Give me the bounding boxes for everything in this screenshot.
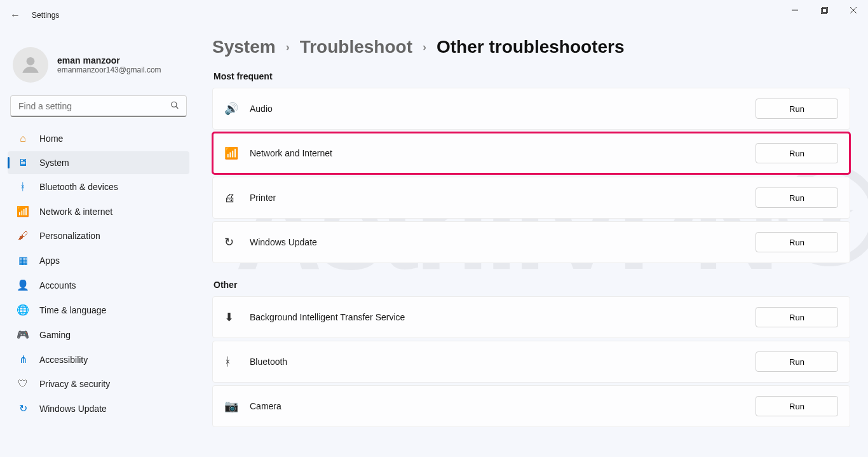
nav-item-label: Personalization xyxy=(39,231,100,241)
svg-point-3 xyxy=(172,102,177,107)
window-controls xyxy=(780,0,868,31)
nav-item-label: Accessibility xyxy=(39,355,88,365)
run-button[interactable]: Run xyxy=(756,188,838,208)
nav-item-label: Bluetooth & devices xyxy=(39,182,118,192)
row-label: Windows Update xyxy=(250,237,317,247)
nav-item-time-language[interactable]: 🌐Time & language xyxy=(8,298,189,322)
minimize-button[interactable] xyxy=(780,0,810,20)
row-icon: ᚼ xyxy=(224,355,250,369)
nav-item-label: Home xyxy=(39,133,63,144)
row-icon: ⬇ xyxy=(224,310,250,324)
troubleshooter-row[interactable]: ↻Windows UpdateRun xyxy=(212,221,850,263)
row-icon: 📶 xyxy=(224,146,250,160)
section-title-most-frequent: Most frequent xyxy=(214,71,850,81)
app-title: Settings xyxy=(32,11,59,20)
run-button[interactable]: Run xyxy=(756,143,838,163)
troubleshooter-row[interactable]: 🔊AudioRun xyxy=(212,88,850,130)
net-icon: 📶 xyxy=(17,205,29,217)
row-icon: 📷 xyxy=(224,399,250,413)
breadcrumb: System › Troubleshoot › Other troublesho… xyxy=(212,37,850,57)
svg-point-2 xyxy=(27,57,35,65)
titlebar: ← Settings xyxy=(0,0,868,31)
breadcrumb-current: Other troubleshooters xyxy=(437,37,625,57)
acct-icon: 👤 xyxy=(17,279,29,291)
account-email: emanmanzoor143@gmail.com xyxy=(57,65,161,74)
run-button[interactable]: Run xyxy=(756,99,838,119)
game-icon: 🎮 xyxy=(17,329,29,341)
priv-icon: 🛡 xyxy=(17,378,29,390)
row-label: Background Intelligent Transfer Service xyxy=(250,312,405,322)
troubleshooter-row[interactable]: 📷CameraRun xyxy=(212,385,850,427)
nav-item-label: Time & language xyxy=(39,305,106,315)
nav-item-privacy-security[interactable]: 🛡Privacy & security xyxy=(8,372,189,395)
run-button[interactable]: Run xyxy=(756,351,838,372)
search-icon xyxy=(170,101,179,112)
nav-item-gaming[interactable]: 🎮Gaming xyxy=(8,323,189,346)
chevron-right-icon: › xyxy=(286,41,290,54)
nav-item-label: Gaming xyxy=(39,330,71,340)
nav-item-label: Windows Update xyxy=(39,404,107,414)
nav-item-apps[interactable]: ▦Apps xyxy=(8,249,189,272)
troubleshooter-row[interactable]: ⬇Background Intelligent Transfer Service… xyxy=(212,296,850,338)
nav-item-bluetooth-devices[interactable]: ᚼBluetooth & devices xyxy=(8,175,189,198)
nav-item-accessibility[interactable]: ⋔Accessibility xyxy=(8,348,189,371)
row-label: Audio xyxy=(250,104,273,114)
nav-item-personalization[interactable]: 🖌Personalization xyxy=(8,224,189,247)
upd-icon: ↻ xyxy=(17,402,29,414)
run-button[interactable]: Run xyxy=(756,396,838,416)
troubleshooter-row[interactable]: ᚼBluetoothRun xyxy=(212,341,850,383)
nav-item-label: Accounts xyxy=(39,280,76,290)
most-frequent-list: 🔊AudioRun📶Network and InternetRun🖨Printe… xyxy=(212,88,850,263)
time-icon: 🌐 xyxy=(17,304,29,316)
row-label: Printer xyxy=(250,193,276,203)
nav-item-home[interactable]: ⌂Home xyxy=(8,127,189,150)
nav-item-accounts[interactable]: 👤Accounts xyxy=(8,273,189,297)
nav-item-system[interactable]: 🖥System xyxy=(8,151,189,174)
breadcrumb-troubleshoot[interactable]: Troubleshoot xyxy=(300,37,412,57)
main: AstrillVPN System › Troubleshoot › Other… xyxy=(197,31,868,457)
account-name: eman manzoor xyxy=(57,55,161,65)
nav-item-label: Apps xyxy=(39,256,60,266)
troubleshooter-row[interactable]: 🖨PrinterRun xyxy=(212,177,850,219)
section-title-other: Other xyxy=(214,280,850,290)
nav-item-network-internet[interactable]: 📶Network & internet xyxy=(8,200,189,223)
maximize-button[interactable] xyxy=(810,0,839,20)
apps-icon: ▦ xyxy=(17,254,29,266)
home-icon: ⌂ xyxy=(17,133,29,144)
svg-rect-0 xyxy=(821,8,826,13)
nav-item-label: System xyxy=(39,158,69,168)
row-label: Bluetooth xyxy=(250,357,287,367)
row-label: Camera xyxy=(250,401,281,411)
sidebar: eman manzoor emanmanzoor143@gmail.com ⌂H… xyxy=(0,31,197,457)
bt-icon: ᚼ xyxy=(17,181,29,193)
troubleshooter-row[interactable]: 📶Network and InternetRun xyxy=(212,132,850,174)
nav-item-label: Privacy & security xyxy=(39,379,110,389)
sys-icon: 🖥 xyxy=(17,157,29,168)
pers-icon: 🖌 xyxy=(17,230,29,242)
row-label: Network and Internet xyxy=(250,148,332,158)
chevron-right-icon: › xyxy=(423,41,426,54)
account-block[interactable]: eman manzoor emanmanzoor143@gmail.com xyxy=(8,39,189,94)
run-button[interactable]: Run xyxy=(756,232,838,252)
nav: ⌂Home🖥SystemᚼBluetooth & devices📶Network… xyxy=(8,127,189,420)
nav-item-windows-update[interactable]: ↻Windows Update xyxy=(8,397,189,420)
row-icon: ↻ xyxy=(224,235,250,249)
back-button[interactable]: ← xyxy=(10,10,20,21)
acc-icon: ⋔ xyxy=(17,353,29,365)
breadcrumb-system[interactable]: System xyxy=(212,37,276,57)
svg-rect-1 xyxy=(822,7,827,12)
search-input[interactable] xyxy=(10,95,187,117)
close-button[interactable] xyxy=(839,0,868,20)
row-icon: 🖨 xyxy=(224,191,250,205)
nav-item-label: Network & internet xyxy=(39,207,112,217)
avatar xyxy=(13,47,48,83)
row-icon: 🔊 xyxy=(224,102,250,116)
run-button[interactable]: Run xyxy=(756,307,838,327)
other-list: ⬇Background Intelligent Transfer Service… xyxy=(212,296,850,427)
